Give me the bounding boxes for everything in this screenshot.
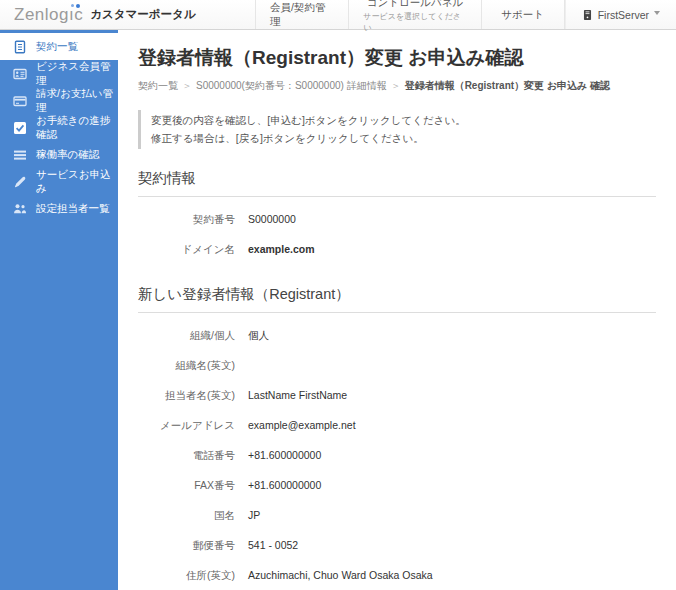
field-row-phone: 電話番号 +81.600000000 bbox=[138, 441, 656, 471]
field-row-email: メールアドレス example@example.net bbox=[138, 411, 656, 441]
sidebar-item-progress-check[interactable]: お手続きの進捗確認 bbox=[0, 114, 118, 141]
sidebar-item-contract-list[interactable]: 契約一覧 bbox=[0, 33, 118, 60]
field-label: 郵便番号 bbox=[138, 539, 235, 553]
field-row-org-or-individual: 組織/個人 個人 bbox=[138, 321, 656, 351]
pen-icon bbox=[13, 175, 27, 189]
field-label: 国名 bbox=[138, 509, 235, 523]
field-value: +81.600000000 bbox=[248, 449, 321, 461]
field-value: 個人 bbox=[248, 329, 269, 343]
field-value: +81.600000000 bbox=[248, 479, 321, 491]
field-row-postal-code: 郵便番号 541 - 0052 bbox=[138, 531, 656, 561]
contract-info-rows: 契約番号 S0000000 ドメイン名 example.com bbox=[138, 205, 656, 265]
zenlogic-logo: Zenlogıc bbox=[14, 5, 83, 25]
field-value: S0000000 bbox=[248, 213, 296, 225]
field-row-country: 国名 JP bbox=[138, 501, 656, 531]
document-icon bbox=[13, 40, 27, 54]
logo: Zenlogıc カスタマーポータル bbox=[0, 0, 255, 29]
checkbox-icon bbox=[13, 121, 27, 135]
page-title: 登録者情報（Registrant）変更 お申込み確認 bbox=[138, 45, 656, 71]
field-row-contract-number: 契約番号 S0000000 bbox=[138, 205, 656, 235]
sidebar-item-uptime[interactable]: 稼働率の確認 bbox=[0, 141, 118, 168]
instruction-note: 変更後の内容を確認し、[申込む]ボタンをクリックしてください。 修正する場合は、… bbox=[138, 110, 656, 149]
note-line: 変更後の内容を確認し、[申込む]ボタンをクリックしてください。 bbox=[151, 111, 656, 129]
section-heading-contract-info: 契約情報 bbox=[138, 169, 656, 197]
field-label: 組織/個人 bbox=[138, 329, 235, 343]
tab-label: サポート bbox=[501, 8, 544, 22]
breadcrumb-contract-list[interactable]: 契約一覧 bbox=[138, 80, 178, 91]
tab-label: コントロールパネル bbox=[367, 0, 463, 10]
tab-sublabel: サービスを選択してください bbox=[363, 11, 466, 33]
header-nav: 会員/契約管理 コントロールパネル サービスを選択してください サポート bbox=[255, 0, 565, 29]
field-value: example.com bbox=[248, 243, 315, 255]
field-label: FAX番号 bbox=[138, 479, 235, 493]
breadcrumb-detail-info[interactable]: S0000000(契約番号：S0000000) 詳細情報 bbox=[196, 80, 387, 91]
credit-card-icon bbox=[13, 94, 27, 108]
sidebar-item-label: お手続きの進捗確認 bbox=[36, 114, 118, 142]
server-icon bbox=[582, 9, 593, 21]
field-row-fax: FAX番号 +81.600000000 bbox=[138, 471, 656, 501]
header: Zenlogıc カスタマーポータル 会員/契約管理 コントロールパネル サービ… bbox=[0, 0, 676, 30]
logo-dots-icon bbox=[71, 4, 80, 8]
note-line: 修正する場合は、[戻る]ボタンをクリックしてください。 bbox=[151, 129, 656, 147]
account-label: FirstServer bbox=[598, 9, 649, 21]
tab-member-contract[interactable]: 会員/契約管理 bbox=[255, 0, 348, 29]
breadcrumb-separator: ＞ bbox=[391, 80, 401, 91]
registrant-rows: 組織/個人 個人 組織名(英文) 担当者名(英文) LastName First… bbox=[138, 321, 656, 590]
field-row-org-name: 組織名(英文) bbox=[138, 351, 656, 381]
section-heading-new-registrant: 新しい登録者情報（Registrant） bbox=[138, 285, 656, 313]
sidebar-item-business-member[interactable]: ビジネス会員管理 bbox=[0, 60, 118, 87]
field-label: 組織名(英文) bbox=[138, 359, 235, 373]
sidebar-item-label: 設定担当者一覧 bbox=[36, 202, 110, 216]
field-row-domain-name: ドメイン名 example.com bbox=[138, 235, 656, 265]
account-menu[interactable]: FirstServer bbox=[565, 0, 676, 29]
field-label: メールアドレス bbox=[138, 419, 235, 433]
list-icon bbox=[13, 148, 27, 162]
chevron-down-icon bbox=[654, 11, 660, 15]
tab-control-panel[interactable]: コントロールパネル サービスを選択してください bbox=[348, 0, 480, 29]
field-label: 担当者名(英文) bbox=[138, 389, 235, 403]
field-value: example@example.net bbox=[248, 419, 356, 431]
field-label: 契約番号 bbox=[138, 213, 235, 227]
tab-support[interactable]: サポート bbox=[481, 0, 565, 29]
breadcrumb-separator: ＞ bbox=[182, 80, 192, 91]
field-label: 電話番号 bbox=[138, 449, 235, 463]
sidebar-item-label: 請求/お支払い管理 bbox=[36, 87, 118, 115]
sidebar-item-label: ビジネス会員管理 bbox=[36, 60, 118, 88]
id-card-icon bbox=[13, 67, 27, 81]
sidebar-item-label: 稼働率の確認 bbox=[36, 148, 99, 162]
field-label: 住所(英文) bbox=[138, 569, 235, 583]
field-value: 541 - 0052 bbox=[248, 539, 298, 551]
field-value: JP bbox=[248, 509, 260, 521]
field-label: ドメイン名 bbox=[138, 243, 235, 257]
sidebar-item-billing[interactable]: 請求/お支払い管理 bbox=[0, 87, 118, 114]
field-row-address: 住所(英文) Azuchimachi, Chuo Ward Osaka Osak… bbox=[138, 561, 656, 590]
logo-portal-label: カスタマーポータル bbox=[90, 7, 195, 22]
tab-label: 会員/契約管理 bbox=[270, 1, 334, 29]
sidebar-item-label: サービスお申込み bbox=[36, 168, 118, 196]
sidebar: 契約一覧 ビジネス会員管理 請求/お支払い管理 お手続きの進捗確認 稼働率の確認 bbox=[0, 30, 118, 590]
main-content: 登録者情報（Registrant）変更 お申込み確認 契約一覧＞S0000000… bbox=[118, 30, 676, 590]
field-row-contact-name: 担当者名(英文) LastName FirstName bbox=[138, 381, 656, 411]
field-value: LastName FirstName bbox=[248, 389, 347, 401]
users-icon bbox=[13, 202, 27, 216]
field-value: Azuchimachi, Chuo Ward Osaka Osaka bbox=[248, 569, 433, 581]
sidebar-item-service-apply[interactable]: サービスお申込み bbox=[0, 168, 118, 195]
sidebar-item-admin-list[interactable]: 設定担当者一覧 bbox=[0, 195, 118, 222]
sidebar-item-label: 契約一覧 bbox=[36, 40, 78, 54]
breadcrumb-current: 登録者情報（Registrant）変更 お申込み 確認 bbox=[405, 80, 610, 91]
breadcrumb: 契約一覧＞S0000000(契約番号：S0000000) 詳細情報＞登録者情報（… bbox=[138, 79, 656, 93]
